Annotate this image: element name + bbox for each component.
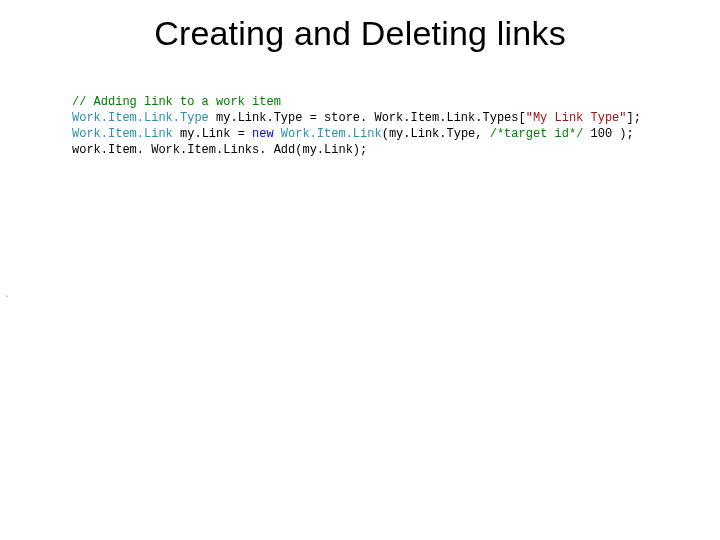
code-type: Work.Item.Link.Type [72, 111, 209, 125]
code-text: (my.Link.Type, [382, 127, 490, 141]
code-comment: // Adding link to a work item [72, 95, 281, 109]
code-text [274, 127, 281, 141]
code-text: 100 ); [583, 127, 633, 141]
slide-title: Creating and Deleting links [0, 14, 720, 53]
code-text: ]; [627, 111, 641, 125]
code-type: Work.Item.Link [72, 127, 173, 141]
code-type: Work.Item.Link [281, 127, 382, 141]
code-text: my.Link = [173, 127, 252, 141]
code-keyword: new [252, 127, 274, 141]
code-block: // Adding link to a work item Work.Item.… [72, 94, 641, 158]
slide: Creating and Deleting links // Adding li… [0, 0, 720, 540]
stray-backtick: ` [4, 296, 10, 307]
code-comment: /*target id*/ [490, 127, 584, 141]
code-text: work.Item. Work.Item.Links. Add(my.Link)… [72, 143, 367, 157]
code-text: my.Link.Type = store. Work.Item.Link.Typ… [209, 111, 526, 125]
code-string: "My Link Type" [526, 111, 627, 125]
